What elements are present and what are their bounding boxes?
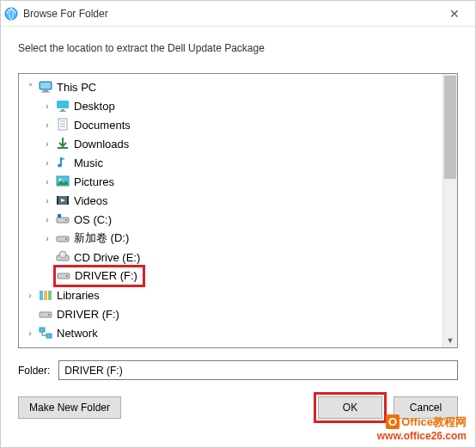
drive-icon	[55, 230, 70, 246]
tree-label: Videos	[74, 194, 108, 207]
folder-tree-box: ˅ This PC › Desktop › Doc	[18, 73, 458, 348]
scrollbar[interactable]: ▲ ▼	[442, 74, 457, 347]
downloads-icon	[55, 136, 70, 151]
tree-label: Downloads	[74, 138, 129, 150]
tree-item-desktop[interactable]: › Desktop	[19, 96, 457, 115]
app-icon	[4, 7, 18, 21]
svg-point-26	[62, 254, 64, 255]
tree-label: DRIVER (F:)	[75, 269, 137, 282]
libraries-icon	[38, 287, 53, 303]
pc-icon	[38, 79, 53, 95]
tree-label: Network	[57, 327, 98, 340]
svg-rect-21	[65, 219, 67, 221]
svg-rect-5	[57, 101, 69, 108]
tree-label: Desktop	[74, 100, 115, 113]
tree-label: This PC	[57, 81, 96, 94]
svg-rect-2	[40, 83, 51, 89]
tree-label: Libraries	[57, 289, 100, 302]
svg-point-13	[58, 164, 62, 168]
tree-item-cd-drive-e[interactable]: › CD Drive (E:)	[19, 248, 457, 267]
tree-label: Documents	[74, 119, 131, 132]
titlebar: Browse For Folder ✕	[1, 1, 475, 27]
svg-rect-6	[61, 109, 64, 111]
browse-folder-dialog: Browse For Folder ✕ Select the location …	[0, 0, 476, 448]
videos-icon	[55, 193, 70, 208]
tree-item-network[interactable]: › Network	[19, 323, 457, 342]
svg-rect-18	[67, 196, 69, 205]
tree-item-os-c[interactable]: › OS (C:)	[19, 210, 457, 229]
documents-icon	[55, 117, 70, 132]
chevron-right-icon[interactable]: ›	[24, 289, 36, 301]
button-row: Make New Folder OK Cancel	[18, 392, 458, 423]
svg-rect-28	[66, 275, 68, 277]
svg-rect-7	[59, 111, 66, 112]
chevron-right-icon[interactable]: ›	[41, 194, 53, 206]
drive-icon	[38, 306, 53, 322]
tree-item-driver-root[interactable]: › DRIVER (F:)	[19, 304, 457, 323]
svg-rect-20	[58, 214, 61, 218]
svg-rect-35	[46, 334, 52, 338]
svg-rect-33	[48, 314, 50, 316]
chevron-right-icon[interactable]: ›	[41, 119, 53, 131]
drive-icon	[56, 267, 71, 283]
tree-item-drive-d[interactable]: › 新加卷 (D:)	[19, 229, 457, 248]
instruction-text: Select the location to extract the Dell …	[1, 27, 475, 64]
desktop-icon	[55, 98, 70, 114]
music-icon	[55, 155, 70, 170]
chevron-right-icon[interactable]: ›	[41, 213, 53, 225]
tree-item-downloads[interactable]: › Downloads	[19, 134, 457, 153]
chevron-right-icon[interactable]: ›	[41, 100, 53, 112]
close-button[interactable]: ✕	[437, 2, 472, 26]
scroll-down-icon[interactable]: ▼	[443, 333, 457, 347]
svg-rect-17	[57, 196, 58, 205]
tree-item-music[interactable]: › Music	[19, 153, 457, 172]
tree-item-this-pc[interactable]: ˅ This PC	[19, 77, 457, 96]
tree-item-pictures[interactable]: › Pictures	[19, 172, 457, 191]
tree-item-videos[interactable]: › Videos	[19, 191, 457, 210]
ok-button[interactable]: OK	[318, 396, 382, 419]
scroll-thumb[interactable]	[444, 76, 456, 179]
svg-rect-31	[48, 291, 52, 300]
watermark-url: www.office26.com	[377, 430, 467, 442]
tree-label: 新加卷 (D:)	[74, 230, 129, 246]
chevron-right-icon[interactable]: ›	[41, 156, 53, 169]
chevron-down-icon[interactable]: ˅	[24, 81, 36, 93]
cancel-button[interactable]: Cancel	[394, 396, 458, 419]
tree-label: Pictures	[74, 175, 114, 188]
tree-item-driver-f[interactable]: › DRIVER (F:)	[19, 267, 457, 285]
tree-label: DRIVER (F:)	[57, 308, 119, 321]
svg-rect-29	[40, 291, 43, 300]
tree-item-libraries[interactable]: › Libraries	[19, 285, 457, 304]
svg-rect-12	[58, 147, 68, 149]
drive-icon	[55, 212, 70, 227]
network-icon	[38, 325, 53, 341]
chevron-right-icon[interactable]: ›	[41, 175, 53, 187]
dialog-title: Browse For Folder	[23, 8, 437, 20]
folder-tree[interactable]: ˅ This PC › Desktop › Doc	[19, 74, 457, 347]
chevron-right-icon[interactable]: ›	[41, 138, 53, 150]
svg-rect-23	[65, 238, 67, 240]
tree-label: OS (C:)	[74, 213, 112, 226]
folder-input[interactable]	[58, 360, 458, 380]
folder-label: Folder:	[18, 365, 50, 377]
make-new-folder-button[interactable]: Make New Folder	[18, 396, 121, 419]
tree-label: Music	[74, 156, 103, 169]
svg-rect-30	[44, 291, 47, 300]
tree-item-documents[interactable]: › Documents	[19, 115, 457, 134]
svg-rect-4	[41, 92, 50, 93]
folder-row: Folder:	[18, 360, 458, 380]
cd-drive-icon	[55, 249, 70, 265]
pictures-icon	[55, 174, 70, 189]
svg-rect-3	[43, 90, 48, 92]
svg-rect-34	[40, 328, 45, 332]
chevron-right-icon[interactable]: ›	[24, 327, 36, 339]
tree-label: CD Drive (E:)	[74, 251, 140, 264]
chevron-right-icon[interactable]: ›	[41, 232, 53, 244]
